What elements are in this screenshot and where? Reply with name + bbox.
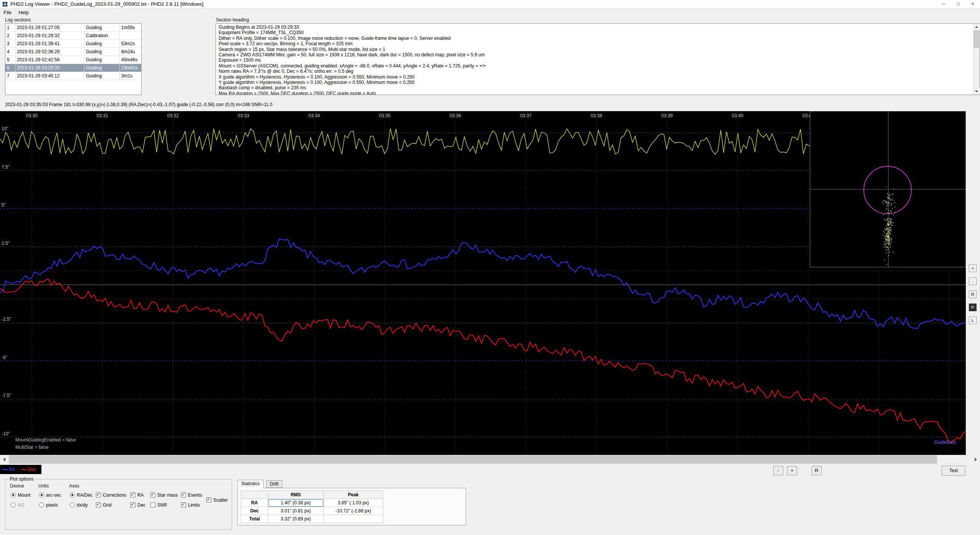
frame-status-line: 2023-01-29 03:35:03 Frame 181 t=330.98 (… [5,102,272,107]
legend-dec-label: Dec [28,467,36,472]
text-button[interactable]: Text [942,466,965,476]
svg-text:03:38: 03:38 [591,113,602,118]
log-cell: 13m41s [120,64,140,72]
log-cell: 2023-01-29 01:29:32 [15,32,84,39]
checkbox-label: Grid [103,502,112,508]
menu-help[interactable]: Help [15,9,32,16]
checkbox-corrections[interactable]: Corrections [96,492,126,498]
log-section-row[interactable]: 32023-01-29 01:39:41Guiding53m2s [5,40,141,48]
close-button[interactable]: × [965,0,980,8]
reset-button[interactable]: R [812,466,822,475]
scroll-down-icon[interactable] [973,88,980,95]
vertical-scale-button-r[interactable]: R [969,290,977,298]
log-section-row[interactable]: 42023-01-29 02:36:29Guiding6m24s [5,48,141,56]
hscroll-thumb[interactable] [9,455,937,464]
checkbox-grid[interactable]: Grid [96,502,112,508]
stats-total-peak-cell[interactable] [324,515,383,523]
vertical-scale-button-p[interactable]: P [969,304,977,311]
stats-dec-rms-cell[interactable]: 3.01" (0.81 px) [268,507,324,515]
title-bar: PHD2 Log Viewer - PHD2_GuideLog_2023-01-… [0,0,980,8]
radio-icon [70,492,75,497]
checkbox-icon [206,497,211,502]
heading-line: Search region = 15 px, Star mass toleran… [219,47,971,52]
section-heading-box[interactable]: Guiding Begins at 2023-01-29 03:29:33Equ… [216,23,980,95]
heading-line: Exposure = 1500 ms [219,57,971,63]
log-sections-label: Log sections [5,17,31,23]
log-cell: 2023-01-29 02:42:58 [15,56,84,64]
log-section-row[interactable]: 72023-01-29 03:45:12Guiding3m1s [5,72,141,80]
guide-chart[interactable]: 03:3003:3103:3203:3303:3403:3503:3603:37… [0,111,966,455]
log-cell: 2023-01-29 01:39:41 [15,40,84,48]
checkbox-scatter[interactable]: Scatter [206,497,228,503]
section-heading-scrollbar[interactable] [973,24,980,95]
radio-pixels[interactable]: pixels [39,502,58,508]
vertical-scale-button-[interactable]: + [969,264,977,272]
radio-dx-dy[interactable]: dx/dy [70,502,88,508]
log-cell: 7 [5,72,15,80]
log-section-row[interactable]: 62023-01-29 03:29:33Guiding13m41s [5,64,141,72]
checkbox-events[interactable]: Events [181,492,202,498]
svg-text:10": 10" [2,126,8,131]
stats-table: RMS Peak RA 1.40" (0.38 px) 3.85" ( 1.03… [241,491,383,523]
radio-ao[interactable]: AO [11,502,24,508]
dec-line-swatch [21,469,26,470]
maximize-button[interactable]: □ [951,0,965,8]
svg-text:5": 5" [2,202,6,208]
checkbox-icon [130,492,135,497]
phd2-log-viewer-window: PHD2 Log Viewer - PHD2_GuideLog_2023-01-… [0,0,980,535]
stats-ra-peak-cell[interactable]: 3.85" ( 1.03 px) [324,499,383,507]
log-cell: 6m24s [120,48,140,56]
stats-dec-peak-cell[interactable]: -10.72" (-2.88 px) [324,507,383,515]
zoom-out-button[interactable]: - [773,466,783,475]
svg-text:MountGuidingEnabled = false: MountGuidingEnabled = false [15,437,76,443]
tab-drift[interactable]: Drift [266,480,282,488]
menu-file[interactable]: File [0,9,15,16]
section-heading-text: Guiding Begins at 2023-01-29 03:29:33Equ… [219,25,971,95]
svg-text:-2.5": -2.5" [2,317,11,322]
scroll-up-icon[interactable] [973,24,980,30]
log-cell: Guiding [84,56,120,64]
radio-label: dx/dy [77,502,88,508]
scroll-thumb[interactable] [973,30,980,48]
log-cell: 1m59s [120,24,140,31]
stats-total-rms-cell[interactable]: 3.32" (0.89 px) [268,515,324,523]
radio-mount[interactable]: Mount [11,492,30,498]
checkbox-limits[interactable]: Limits [181,502,200,508]
log-sections-table[interactable]: 12023-01-29 01:27:05Guiding1m59s22023-01… [5,23,142,95]
vertical-scale-button-[interactable]: - [969,277,977,285]
radio-icon [39,502,44,507]
stats-ra-rms-cell[interactable]: 1.40" (0.38 px) [268,499,324,507]
zoom-in-button[interactable]: + [787,466,797,475]
minimize-button[interactable]: ─ [936,0,951,8]
checkbox-snr[interactable]: SNR [150,502,167,508]
checkbox-dec[interactable]: Dec [130,502,145,508]
log-cell: 2023-01-29 03:45:12 [15,72,84,80]
scroll-right-icon[interactable] [971,455,980,464]
log-section-row[interactable]: 22023-01-29 01:29:32Calibration [5,32,141,40]
svg-text:03:39: 03:39 [661,113,673,118]
log-cell: 3 [5,40,15,48]
svg-text:2.5": 2.5" [2,241,10,246]
chart-horizontal-scrollbar[interactable] [0,455,980,464]
log-cell: 45m46s [120,56,140,64]
legend-ra: RA [2,467,15,472]
checkbox-star-mass[interactable]: Star mass [150,492,178,498]
radio-ra-dec[interactable]: RA/Dec [70,492,92,498]
scroll-left-icon[interactable] [0,455,9,464]
heading-line: Mount = GSServer (ASCOM), connected, gui… [219,63,971,69]
log-cell: Guiding [84,64,120,72]
vertical-scale-button-l[interactable]: L [969,317,977,324]
checkbox-label: Scatter [213,497,228,503]
radio-label: Mount [18,492,30,498]
log-cell: 2023-01-29 03:29:33 [15,64,84,72]
checkbox-ra[interactable]: RA [130,492,144,498]
stats-tab-page: RMS Peak RA 1.40" (0.38 px) 3.85" ( 1.03… [237,488,466,525]
log-section-row[interactable]: 12023-01-29 01:27:05Guiding1m59s [5,24,141,32]
log-cell: 2023-01-29 01:27:05 [15,24,84,31]
radio-arc-sec[interactable]: arc-sec [39,492,61,498]
tab-statistics[interactable]: Statistics [237,480,264,488]
log-cell [120,32,140,39]
stats-row-label-total: Total [241,515,268,523]
checkbox-label: Limits [188,502,200,508]
log-section-row[interactable]: 52023-01-29 02:42:58Guiding45m46s [5,56,141,64]
